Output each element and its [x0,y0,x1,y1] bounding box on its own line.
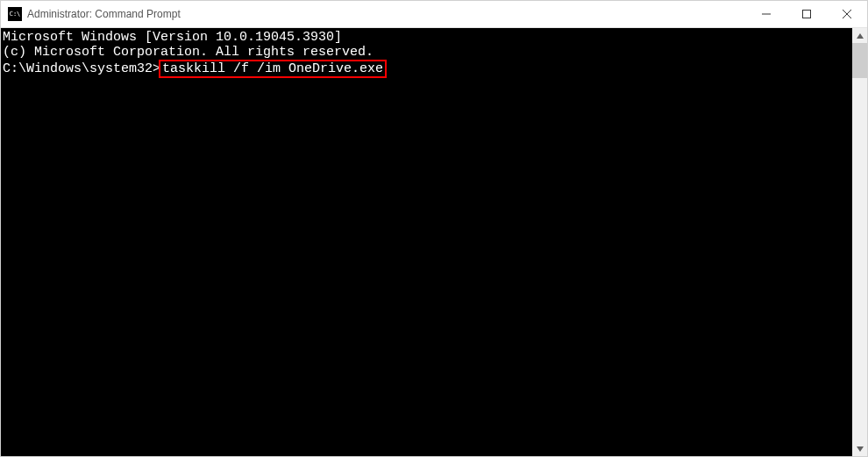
terminal[interactable]: Microsoft Windows [Version 10.0.19045.39… [1,28,852,456]
vertical-scrollbar[interactable] [852,28,867,456]
terminal-area: Microsoft Windows [Version 10.0.19045.39… [1,28,867,456]
scroll-down-arrow[interactable] [852,441,867,456]
terminal-line-command: C:\Windows\system32>taskkill /f /im OneD… [3,60,852,78]
close-button[interactable] [827,1,867,27]
window-controls [746,1,867,27]
cmd-icon [8,7,22,21]
scroll-thumb[interactable] [852,43,867,78]
maximize-button[interactable] [786,1,827,27]
terminal-prompt: C:\Windows\system32> [3,61,160,76]
svg-rect-1 [803,11,811,18]
window-title: Administrator: Command Prompt [27,8,746,20]
terminal-line-copyright: (c) Microsoft Corporation. All rights re… [3,45,852,60]
minimize-button[interactable] [746,1,786,27]
titlebar[interactable]: Administrator: Command Prompt [1,1,867,28]
terminal-line-version: Microsoft Windows [Version 10.0.19045.39… [3,30,852,45]
command-highlight: taskkill /f /im OneDrive.exe [159,60,387,78]
scroll-up-arrow[interactable] [852,28,867,43]
terminal-command-text: taskkill /f /im OneDrive.exe [162,61,383,76]
